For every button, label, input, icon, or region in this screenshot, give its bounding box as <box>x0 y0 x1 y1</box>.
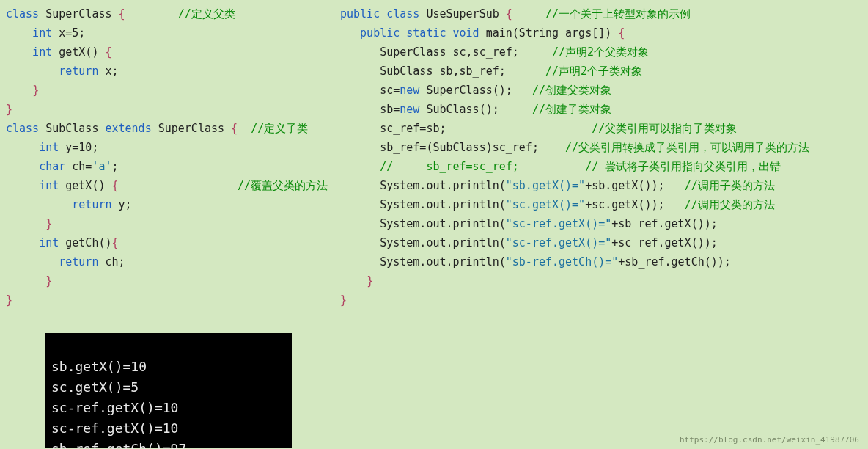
code-line: class SuperClass { //定义父类 <box>6 4 328 23</box>
code-line: return y; <box>6 195 328 214</box>
right-code-panel: public class UseSuperSub { //一个关于上转型对象的示… <box>334 0 868 449</box>
code-line: return ch; <box>6 252 328 271</box>
code-container: class SuperClass { //定义父类 int x=5; int g… <box>0 0 868 449</box>
code-line: } <box>340 291 862 310</box>
code-line: class SubClass extends SuperClass { //定义… <box>6 119 328 138</box>
left-code-panel: class SuperClass { //定义父类 int x=5; int g… <box>0 0 334 449</box>
console-line: sc-ref.getX()=10 <box>51 400 178 415</box>
code-line: System.out.println("sc-ref.getX()="+sc_r… <box>340 233 862 252</box>
console-line: sc-ref.getX()=10 <box>51 420 178 436</box>
code-line: int x=5; <box>6 23 328 43</box>
code-line: } <box>340 271 862 291</box>
code-line: // sb_ref=sc_ref; // 尝试将子类引用指向父类引用，出错 <box>340 157 862 176</box>
code-line: sc_ref=sb; //父类引用可以指向子类对象 <box>340 119 862 138</box>
code-line: public class UseSuperSub { //一个关于上转型对象的示… <box>340 4 862 23</box>
code-line: } <box>6 214 328 233</box>
console-line: sc.getX()=5 <box>51 379 139 395</box>
code-line: SuperClass sc,sc_ref; //声明2个父类对象 <box>340 43 862 62</box>
code-line: SubClass sb,sb_ref; //声明2个子类对象 <box>340 62 862 81</box>
console-line: sb.getX()=10 <box>51 359 147 374</box>
code-line: sc=new SuperClass(); //创建父类对象 <box>340 81 862 100</box>
code-line: sb=new SubClass(); //创建子类对象 <box>340 100 862 119</box>
code-line: } <box>6 81 328 100</box>
keyword: class <box>6 7 39 21</box>
code-line: System.out.println("sb.getX()="+sb.getX(… <box>340 176 862 195</box>
code-line: public static void main(String args[]) { <box>340 23 862 43</box>
code-line: char ch='a'; <box>6 157 328 176</box>
code-line: } <box>6 271 328 291</box>
code-line: int getX() { <box>6 43 328 62</box>
watermark-text: https://blog.csdn.net/weixin_41987706 <box>680 435 859 445</box>
comment: //定义父类 <box>178 7 235 21</box>
code-line: System.out.println("sb-ref.getCh()="+sb_… <box>340 252 862 271</box>
console-line: sb-ref.getCh()=97 <box>51 441 186 449</box>
code-line: System.out.println("sc.getX()="+sc.getX(… <box>340 195 862 214</box>
code-line: return x; <box>6 62 328 81</box>
code-line: int getCh(){ <box>6 233 328 252</box>
code-line: int y=10; <box>6 138 328 157</box>
code-line: System.out.println("sc-ref.getX()="+sb_r… <box>340 214 862 233</box>
console-output: sb.getX()=10 sc.getX()=5 sc-ref.getX()=1… <box>45 333 292 448</box>
code-line: int getX() { //覆盖父类的方法 <box>6 176 328 195</box>
code-line: sb_ref=(SubClass)sc_ref; //父类引用转换成子类引用，可… <box>340 138 862 157</box>
code-line: } <box>6 100 328 119</box>
code-line: } <box>6 291 328 310</box>
